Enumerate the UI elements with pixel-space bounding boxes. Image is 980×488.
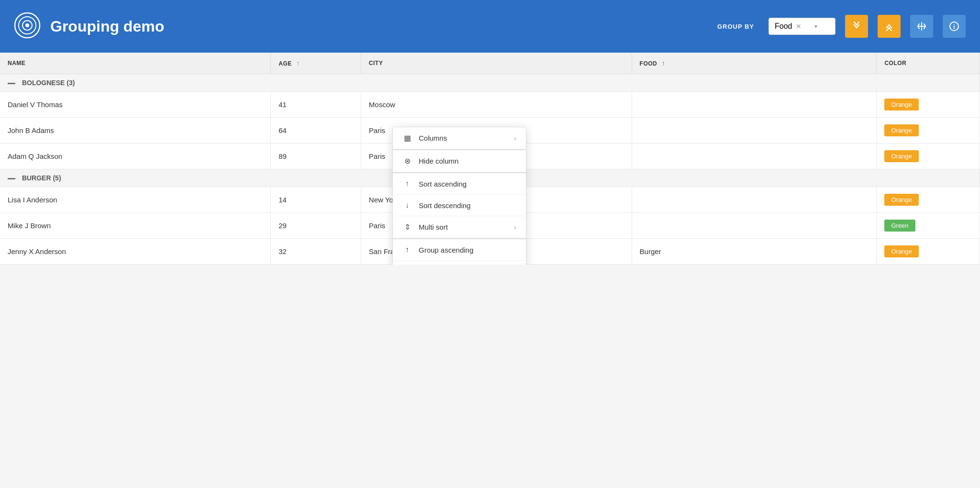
cell-name: Jenny X Anderson (0, 239, 271, 265)
collapse-group-icon (8, 83, 15, 84)
submenu-arrow-icon: › (514, 134, 516, 142)
menu-item-hide-column[interactable]: ⊗ Hide column (393, 149, 526, 172)
cell-name: Lisa I Anderson (0, 187, 271, 213)
page-title: Grouping demo (50, 18, 708, 35)
group-row-bolognese[interactable]: BOLOGNESE (3) (0, 74, 980, 92)
menu-item-columns[interactable]: ▦ Columns › (393, 127, 526, 149)
menu-item-sort-ascending[interactable]: ↑ Sort ascending (393, 172, 526, 195)
cell-food (632, 92, 877, 118)
group-by-label: GROUP BY (717, 23, 754, 30)
color-badge: Orange (884, 194, 918, 206)
color-badge: Orange (884, 245, 918, 257)
cell-color: Orange (877, 239, 980, 265)
svg-text:i: i (953, 23, 955, 30)
menu-item-group-descending[interactable]: ↓ Group descending (393, 261, 526, 265)
expand-all-button[interactable] (845, 15, 868, 38)
svg-point-3 (25, 23, 29, 27)
cell-city: Moscow (361, 92, 632, 118)
context-menu: ▦ Columns › ⊗ Hide column ↑ Sort ascendi… (392, 127, 526, 265)
group-label: BURGER (5) (22, 174, 61, 182)
cell-name: Mike J Brown (0, 213, 271, 239)
menu-label: Sort ascending (419, 180, 516, 188)
menu-item-multi-sort[interactable]: ⇕ Multi sort › (393, 216, 526, 238)
menu-label: Group ascending (419, 246, 516, 254)
color-badge: Green (884, 220, 915, 232)
cell-color: Orange (877, 144, 980, 169)
food-sort-icon: ↑ (662, 59, 666, 67)
columns-icon: ▦ (402, 133, 412, 143)
cell-name: John B Adams (0, 118, 271, 144)
cell-color: Orange (877, 187, 980, 213)
collapse-group-icon (8, 178, 15, 179)
col-header-city[interactable]: CITY (361, 53, 632, 74)
clear-group-icon[interactable]: ✕ (796, 22, 811, 30)
sort-descending-icon: ↓ (402, 201, 412, 210)
cell-name: Daniel V Thomas (0, 92, 271, 118)
cell-name: Adam Q Jackson (0, 144, 271, 169)
group-label: BOLOGNESE (3) (22, 79, 75, 87)
multi-sort-icon: ⇕ (402, 222, 412, 232)
app-header: Grouping demo GROUP BY Food ✕ ▾ i (0, 0, 980, 53)
col-header-color[interactable]: COLOR (877, 53, 980, 74)
cell-food (632, 213, 877, 239)
table-row: Daniel V Thomas 41 Moscow Orange (0, 92, 980, 118)
cell-age: 14 (271, 187, 361, 213)
dropdown-caret-icon[interactable]: ▾ (814, 23, 829, 30)
col-header-age[interactable]: AGE ↑ (271, 53, 361, 74)
cell-food (632, 118, 877, 144)
logo (14, 12, 41, 41)
menu-label: Multi sort (419, 223, 507, 231)
cell-age: 64 (271, 118, 361, 144)
info-button[interactable]: i (943, 15, 966, 38)
sort-ascending-icon: ↑ (402, 179, 412, 188)
menu-label: Sort descending (419, 201, 516, 210)
move-button[interactable] (910, 15, 933, 38)
cell-age: 89 (271, 144, 361, 169)
col-header-name[interactable]: NAME (0, 53, 271, 74)
age-sort-icon: ↑ (297, 59, 301, 67)
cell-food (632, 187, 877, 213)
menu-item-sort-descending[interactable]: ↓ Sort descending (393, 195, 526, 216)
cell-food (632, 144, 877, 169)
cell-age: 41 (271, 92, 361, 118)
menu-label: Columns (419, 134, 507, 142)
cell-color: Green (877, 213, 980, 239)
group-by-select[interactable]: Food ✕ ▾ (768, 18, 835, 35)
cell-age: 32 (271, 239, 361, 265)
col-header-food[interactable]: FOOD ↑ (632, 53, 877, 74)
color-badge: Orange (884, 99, 918, 111)
cell-color: Orange (877, 118, 980, 144)
color-badge: Orange (884, 150, 918, 162)
cell-age: 29 (271, 213, 361, 239)
cell-color: Orange (877, 92, 980, 118)
color-badge: Orange (884, 124, 918, 136)
hide-column-icon: ⊗ (402, 156, 412, 166)
cell-food: Burger (632, 239, 877, 265)
group-ascending-icon: ↑ (402, 245, 412, 254)
collapse-all-button[interactable] (878, 15, 901, 38)
submenu-arrow-icon: › (514, 223, 516, 231)
group-by-value: Food (775, 22, 792, 31)
table-container: NAME AGE ↑ CITY FOOD ↑ COLOR (0, 53, 980, 265)
menu-item-group-ascending[interactable]: ↑ Group ascending (393, 238, 526, 261)
menu-label: Hide column (419, 157, 516, 165)
